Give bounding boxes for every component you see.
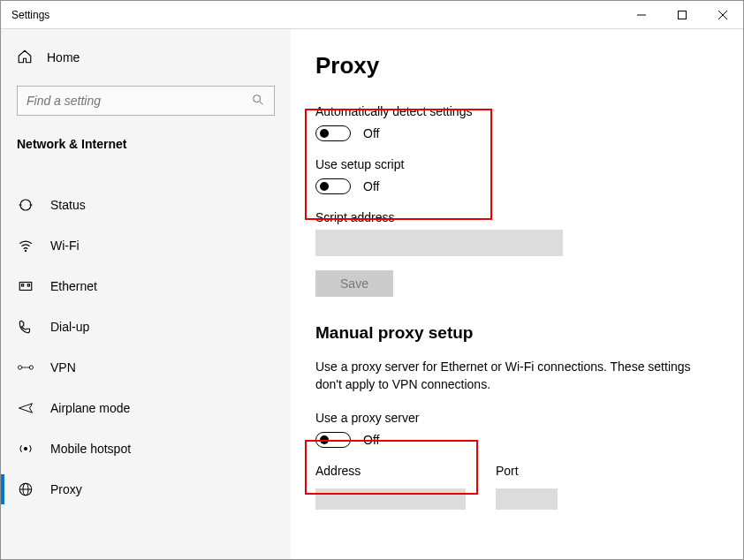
globe-icon <box>17 481 34 497</box>
sidebar-item-proxy[interactable]: Proxy <box>17 469 275 510</box>
search-icon <box>251 93 265 110</box>
sidebar-item-label: Dial-up <box>50 320 89 334</box>
setting-setup-script: Use setup script Off <box>315 157 718 194</box>
sidebar-item-label: VPN <box>50 360 76 375</box>
svg-point-6 <box>20 200 31 210</box>
sidebar-item-label: Ethernet <box>50 279 97 293</box>
manual-section-title: Manual proxy setup <box>315 323 718 343</box>
hotspot-icon <box>17 441 34 457</box>
svg-point-14 <box>29 366 33 369</box>
close-button[interactable] <box>702 1 743 28</box>
address-port-row: Address Port <box>315 464 718 510</box>
save-button[interactable]: Save <box>315 270 393 297</box>
svg-rect-11 <box>22 284 24 286</box>
sidebar-item-label: Status <box>50 198 86 212</box>
sidebar-item-status[interactable]: Status <box>17 185 275 225</box>
sidebar-item-ethernet[interactable]: Ethernet <box>17 266 275 306</box>
titlebar: Settings <box>1 1 743 29</box>
ethernet-icon <box>17 278 34 294</box>
setting-script-address: Script address <box>315 210 718 256</box>
sidebar: Home Network & Internet Status Wi-Fi <box>1 29 291 559</box>
category-label: Network & Internet <box>17 137 275 151</box>
sidebar-item-label: Wi-Fi <box>50 238 80 253</box>
auto-detect-state: Off <box>363 126 379 140</box>
setup-script-label: Use setup script <box>315 157 718 171</box>
page-title: Proxy <box>315 52 718 79</box>
sidebar-nav: Status Wi-Fi Ethernet Dial-up VPN <box>17 185 275 510</box>
svg-line-5 <box>260 101 263 104</box>
search-box[interactable] <box>17 86 275 116</box>
sidebar-item-label: Proxy <box>50 482 82 496</box>
svg-point-16 <box>25 448 27 450</box>
sidebar-item-wifi[interactable]: Wi-Fi <box>17 225 275 266</box>
sidebar-item-dialup[interactable]: Dial-up <box>17 306 275 347</box>
sidebar-item-label: Airplane mode <box>50 401 130 415</box>
manual-section-desc: Use a proxy server for Ethernet or Wi-Fi… <box>315 359 718 393</box>
setting-auto-detect: Automatically detect settings Off <box>315 104 718 141</box>
search-input[interactable] <box>27 94 251 108</box>
auto-detect-label: Automatically detect settings <box>315 104 718 118</box>
svg-rect-12 <box>27 284 29 286</box>
port-label: Port <box>496 464 558 478</box>
svg-point-9 <box>25 250 26 251</box>
use-proxy-toggle[interactable] <box>315 432 351 448</box>
svg-rect-1 <box>679 11 687 19</box>
script-address-input[interactable] <box>315 230 563 256</box>
use-proxy-state: Off <box>363 433 379 447</box>
address-input[interactable] <box>315 488 466 510</box>
svg-point-13 <box>18 366 21 369</box>
home-icon <box>17 49 33 67</box>
status-icon <box>17 197 34 213</box>
home-label: Home <box>47 50 80 64</box>
sidebar-item-label: Mobile hotspot <box>50 442 131 456</box>
setup-script-toggle[interactable] <box>315 178 351 194</box>
minimize-button[interactable] <box>621 1 662 28</box>
script-address-label: Script address <box>315 210 718 224</box>
setup-script-state: Off <box>363 179 379 193</box>
port-input[interactable] <box>496 488 558 510</box>
wifi-icon <box>17 238 34 254</box>
settings-window: Settings Home Network & Internet <box>0 0 744 560</box>
dialup-icon <box>17 319 34 335</box>
home-nav[interactable]: Home <box>17 47 275 68</box>
auto-detect-toggle[interactable] <box>315 125 351 141</box>
maximize-button[interactable] <box>662 1 702 28</box>
window-title: Settings <box>1 9 49 21</box>
use-proxy-label: Use a proxy server <box>315 411 718 425</box>
svg-point-4 <box>254 95 261 102</box>
vpn-icon <box>17 359 34 375</box>
window-body: Home Network & Internet Status Wi-Fi <box>1 29 743 559</box>
sidebar-item-hotspot[interactable]: Mobile hotspot <box>17 428 275 469</box>
window-controls <box>621 1 743 28</box>
airplane-icon <box>17 400 34 416</box>
address-label: Address <box>315 464 466 478</box>
setting-use-proxy: Use a proxy server Off <box>315 411 718 448</box>
content-pane: Proxy Automatically detect settings Off … <box>291 29 743 559</box>
sidebar-item-airplane[interactable]: Airplane mode <box>17 388 275 428</box>
sidebar-item-vpn[interactable]: VPN <box>17 347 275 388</box>
